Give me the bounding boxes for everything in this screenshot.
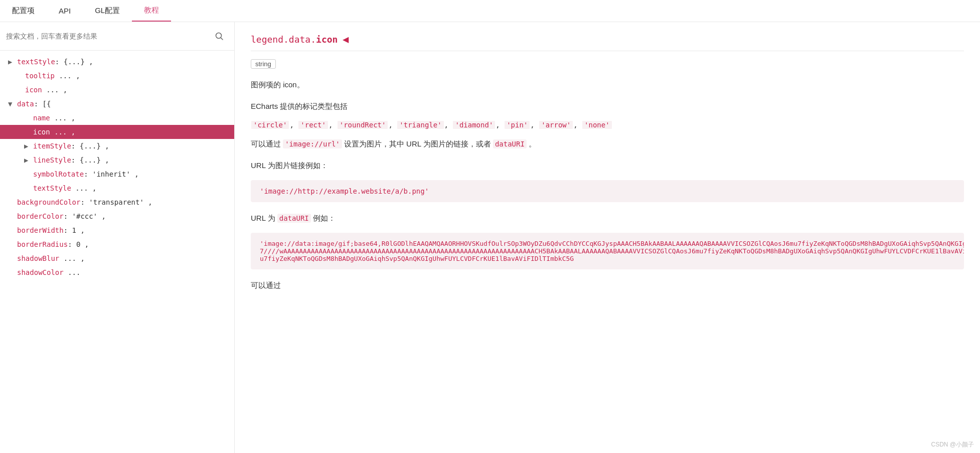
tree-item-shadowblur[interactable]: shadowBlur ... , xyxy=(0,251,234,265)
code-line-1: 'image://data:image/gif;base64,R0lGODlhE… xyxy=(260,240,955,247)
tree-item-name[interactable]: name ... , xyxy=(0,111,234,125)
tree-item-tooltip[interactable]: tooltip ... , xyxy=(0,69,234,83)
type-none: 'none' xyxy=(582,121,612,129)
type-circle: 'circle' xyxy=(251,121,289,129)
toggle-icon: ▼ xyxy=(8,100,16,108)
sidebar-tree: ▶ textStyle: {...} , tooltip ... , icon … xyxy=(0,51,234,453)
nav-item-api[interactable]: API xyxy=(47,0,83,22)
prop-path-prefix: legend.data. xyxy=(251,34,316,45)
top-nav: 配置项 API GL配置 教程 xyxy=(0,0,980,22)
back-icon[interactable]: ◀ xyxy=(343,35,349,44)
tree-item-borderradius[interactable]: borderRadius: 0 , xyxy=(0,237,234,251)
nav-item-tutorial[interactable]: 教程 xyxy=(132,0,171,22)
code-example-1: 'image://http://example.website/a/b.png' xyxy=(251,180,964,202)
tree-item-textstyle[interactable]: ▶ textStyle: {...} , xyxy=(0,55,234,69)
content-area: legend.data.icon ◀ string 图例项的 icon。 ECh… xyxy=(235,22,980,453)
type-badge: string xyxy=(251,59,276,69)
nav-item-config[interactable]: 配置项 xyxy=(0,0,47,22)
tree-item-icon-top[interactable]: icon ... , xyxy=(0,83,234,97)
nav-item-gl[interactable]: GL配置 xyxy=(83,0,132,22)
tree-item-borderwidth[interactable]: borderWidth: 1 , xyxy=(0,223,234,237)
desc3: 可以通过 'image://url' 设置为图片，其中 URL 为图片的链接，或… xyxy=(251,137,964,150)
desc1: 图例项的 icon。 xyxy=(251,78,964,91)
desc2: ECharts 提供的标记类型包括 xyxy=(251,99,964,113)
code-line-3: u7fiyZeKqNKToQGDsM8hBADgUXoGAiqhSvp5QAnQ… xyxy=(260,255,955,262)
prop-path-key: icon xyxy=(316,34,338,45)
tree-item-linestyle[interactable]: ▶ lineStyle: {...} , xyxy=(0,153,234,167)
svg-line-1 xyxy=(221,38,223,40)
svg-point-0 xyxy=(216,33,222,39)
tree-item-symbolrotate[interactable]: symbolRotate: 'inherit' , xyxy=(0,167,234,181)
search-icon xyxy=(215,32,224,41)
sidebar: ▶ textStyle: {...} , tooltip ... , icon … xyxy=(0,22,235,453)
toggle-icon: ▶ xyxy=(24,142,32,150)
type-roundrect: 'roundRect' xyxy=(338,121,388,129)
code-line-2: 7////wAAAAAAAAAAAAAAAAAAAAAAAAAAAAAAAAAA… xyxy=(260,247,955,255)
types-row: 'circle', 'rect', 'roundRect', 'triangle… xyxy=(251,121,964,129)
search-button[interactable] xyxy=(210,27,228,45)
search-bar xyxy=(0,22,234,51)
search-input[interactable] xyxy=(6,32,206,40)
type-triangle: 'triangle' xyxy=(397,121,443,129)
toggle-icon: ▶ xyxy=(24,156,32,164)
image-url-inline: 'image://url' xyxy=(283,139,342,148)
tree-item-shadowcolor[interactable]: shadowColor ... xyxy=(0,265,234,279)
main-layout: ▶ textStyle: {...} , tooltip ... , icon … xyxy=(0,22,980,453)
tree-item-bordercolor[interactable]: borderColor: '#ccc' , xyxy=(0,209,234,223)
type-pin: 'pin' xyxy=(505,121,530,129)
code-example-2: 'image://data:image/gif;base64,R0lGODlhE… xyxy=(251,233,964,269)
tree-item-itemstyle[interactable]: ▶ itemStyle: {...} , xyxy=(0,139,234,153)
tree-item-backgroundcolor[interactable]: backgroundColor: 'transparent' , xyxy=(0,195,234,209)
tree-item-data[interactable]: ▼ data: [{ xyxy=(0,97,234,111)
prop-path: legend.data.icon xyxy=(251,34,338,45)
toggle-icon: ▶ xyxy=(8,58,16,66)
desc5: URL 为 dataURI 例如： xyxy=(251,211,964,225)
datauri-inline2: dataURI xyxy=(277,214,311,223)
desc4: URL 为图片链接例如： xyxy=(251,159,964,172)
prop-header: legend.data.icon ◀ xyxy=(251,34,964,51)
type-arrow: 'arrow' xyxy=(539,121,573,129)
desc6: 可以通过 xyxy=(251,278,964,292)
type-rect: 'rect' xyxy=(298,121,328,129)
datauri-inline: dataURI xyxy=(493,139,527,148)
type-diamond: 'diamond' xyxy=(453,121,495,129)
watermark: CSDN @小颜子 xyxy=(931,440,974,449)
tree-item-icon-active[interactable]: icon ... , xyxy=(0,125,234,139)
tree-item-textstyle2[interactable]: textStyle ... , xyxy=(0,181,234,195)
